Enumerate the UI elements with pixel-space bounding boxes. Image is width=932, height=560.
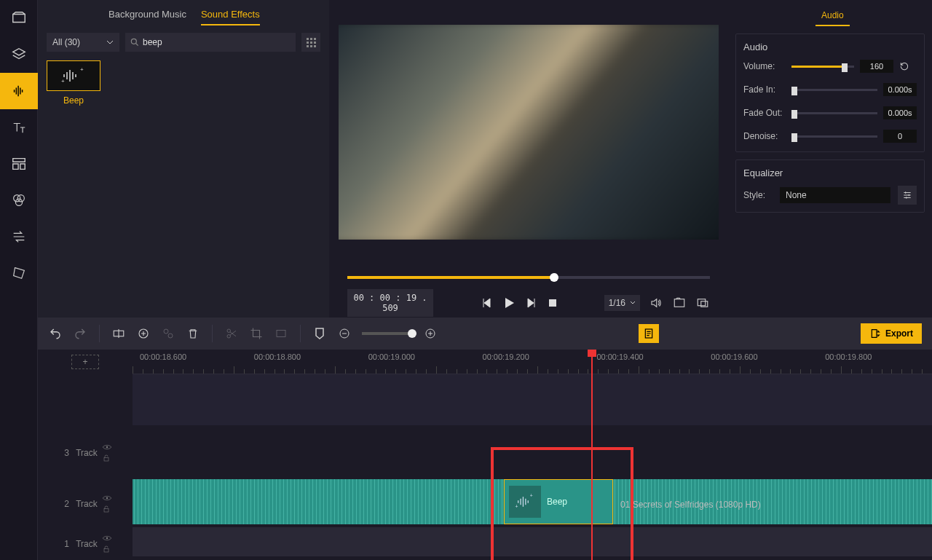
lock-icon[interactable] <box>102 505 111 513</box>
playhead-cap <box>588 350 596 357</box>
view-grid-button[interactable] <box>301 33 320 52</box>
search-icon <box>130 37 140 47</box>
next-frame-button[interactable] <box>524 296 538 310</box>
track-lane-empty[interactable] <box>133 374 932 425</box>
speed-button[interactable] <box>274 326 288 341</box>
library-filter-label: All (30) <box>52 37 80 47</box>
cut-button[interactable] <box>224 326 239 341</box>
nav-audio[interactable] <box>0 73 38 109</box>
track-head-2[interactable]: 2 Track <box>58 478 112 529</box>
grid-icon <box>306 37 316 47</box>
eye-icon[interactable] <box>102 494 112 502</box>
fade-in-label: Fade In: <box>743 84 786 95</box>
volume-reset-button[interactable] <box>899 61 917 71</box>
zoom-slider[interactable] <box>362 332 413 335</box>
track-name: Track <box>76 448 98 458</box>
library-filter-select[interactable]: All (30) <box>47 33 119 52</box>
svg-rect-15 <box>314 42 316 44</box>
eye-icon[interactable] <box>102 443 112 451</box>
nav-elements[interactable] <box>0 255 38 291</box>
volume-slider[interactable] <box>791 63 854 70</box>
lock-icon[interactable] <box>102 545 111 553</box>
svg-rect-14 <box>310 42 312 44</box>
lock-icon[interactable] <box>102 454 111 462</box>
play-button[interactable] <box>502 296 516 310</box>
redo-button[interactable] <box>73 326 87 341</box>
fade-in-slider[interactable] <box>791 86 877 93</box>
denoise-value[interactable]: 0 <box>883 130 917 143</box>
timeline-ruler[interactable]: 00:00:18.60000:00:18.80000:00:19.00000:0… <box>133 350 932 374</box>
denoise-slider[interactable] <box>791 133 877 140</box>
crop-button[interactable] <box>249 326 264 341</box>
split-button[interactable] <box>111 326 126 341</box>
fade-out-label: Fade Out: <box>743 108 786 118</box>
track-head-1[interactable]: 1 Track <box>58 529 112 559</box>
eq-settings-button[interactable] <box>898 186 917 205</box>
timecode-display: 00 : 00 : 19 . 509 <box>347 289 433 317</box>
add-button[interactable] <box>136 326 151 341</box>
eye-icon[interactable] <box>102 535 112 542</box>
track-head-3[interactable]: 3 Track <box>58 427 112 478</box>
svg-rect-16 <box>307 45 309 47</box>
zoom-in-button[interactable] <box>423 326 438 341</box>
denoise-label: Denoise: <box>743 131 786 141</box>
library-item-thumb: ++ <box>47 60 100 91</box>
fade-out-value[interactable]: 0.000s <box>883 106 917 119</box>
fade-in-value[interactable]: 0.000s <box>883 83 917 96</box>
notes-button[interactable] <box>639 324 659 343</box>
tab-bg-music[interactable]: Background Music <box>108 9 186 25</box>
preview-progress[interactable] <box>347 276 710 279</box>
marker-button[interactable] <box>312 326 327 341</box>
nav-media[interactable] <box>0 0 38 36</box>
zoom-out-button[interactable] <box>337 326 352 341</box>
mute-button[interactable] <box>649 296 663 310</box>
nav-filters[interactable] <box>0 182 38 218</box>
svg-point-44 <box>106 497 108 498</box>
inspector-tab-audio[interactable]: Audio <box>816 6 850 26</box>
prev-frame-button[interactable] <box>480 296 494 310</box>
snapshot-button[interactable] <box>672 296 687 310</box>
search-input[interactable] <box>143 37 291 47</box>
link-button[interactable] <box>161 326 175 341</box>
track-num: 2 <box>64 499 71 509</box>
timeline-playhead[interactable] <box>591 350 593 560</box>
undo-button[interactable] <box>48 326 63 341</box>
tracks-body[interactable]: 01 Secrets of Selfridges (1080p HD) ++ B… <box>133 374 932 560</box>
nav-templates[interactable] <box>0 146 38 182</box>
playback-speed-select[interactable]: 1/16 <box>604 295 640 311</box>
sliders-icon <box>902 190 912 200</box>
fade-out-slider[interactable] <box>791 109 877 117</box>
speaker-icon <box>649 296 663 309</box>
library-item-label: Beep <box>47 95 100 106</box>
nav-text[interactable] <box>0 109 38 146</box>
eq-style-label: Style: <box>743 190 773 200</box>
ruler-label: 00:00:18.600 <box>140 352 186 361</box>
volume-value[interactable]: 160 <box>860 60 893 73</box>
delete-button[interactable] <box>186 326 200 341</box>
stop-button[interactable] <box>545 296 560 310</box>
timeline: + 00:00:18.60000:00:18.80000:00:19.00000… <box>38 350 932 560</box>
eq-style-value: None <box>786 190 807 200</box>
svg-point-8 <box>131 39 136 44</box>
library-item-beep[interactable]: ++ Beep <box>47 60 100 106</box>
export-button[interactable]: Export <box>861 323 922 344</box>
preview-frame <box>339 25 719 240</box>
tab-sound-effects[interactable]: Sound Effects <box>201 9 260 25</box>
preview-viewport[interactable] <box>339 25 719 240</box>
fullscreen-button[interactable] <box>695 296 710 310</box>
preview-progress-fill <box>347 276 554 279</box>
ruler-label: 00:00:19.600 <box>711 352 757 361</box>
nav-transitions[interactable] <box>0 218 38 255</box>
svg-rect-11 <box>310 38 312 40</box>
add-track-button[interactable]: + <box>71 355 99 369</box>
nav-layers[interactable] <box>0 36 38 73</box>
prev-frame-icon <box>481 297 493 309</box>
svg-point-33 <box>164 329 168 334</box>
search-box[interactable] <box>125 33 296 52</box>
audio-panel: Audio Volume: 160 Fade In: 0.000s Fade O… <box>735 33 925 152</box>
zoom-handle[interactable] <box>408 329 416 338</box>
ruler-label: 00:00:19.800 <box>825 352 872 361</box>
equalizer-panel-title: Equalizer <box>743 167 917 178</box>
preview-progress-handle[interactable] <box>550 273 558 282</box>
eq-style-select[interactable]: None <box>780 187 890 203</box>
